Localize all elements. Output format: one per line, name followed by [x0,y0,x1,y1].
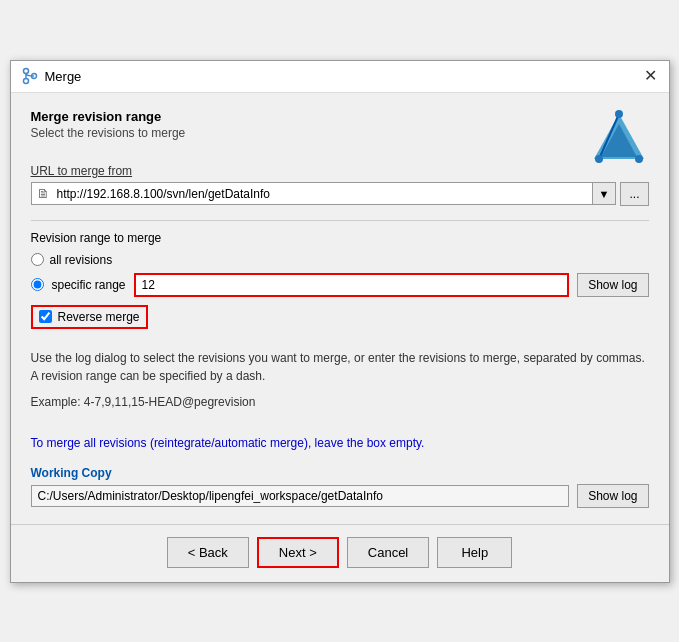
url-input[interactable] [55,184,592,204]
reverse-merge-row[interactable]: Reverse merge [31,305,148,329]
url-row: 🗎 ▼ ... [31,182,649,206]
reverse-merge-label: Reverse merge [58,310,140,324]
specific-range-radio[interactable] [31,278,44,291]
show-log-button-revision[interactable]: Show log [577,273,648,297]
empty-info-text: To merge all revisions (reintegrate/auto… [31,434,649,452]
divider [31,220,649,221]
url-dropdown-button[interactable]: ▼ [592,183,616,204]
revision-section-label: Revision range to merge [31,231,649,245]
merge-logo-icon [589,109,649,164]
merge-heading: Merge revision range [31,109,186,124]
url-input-wrapper: 🗎 ▼ [31,182,617,205]
wc-path: C:/Users/Administrator/Desktop/lipengfei… [31,485,570,507]
range-input[interactable] [134,273,570,297]
merge-dialog: Merge ✕ Merge revision range Select the … [10,60,670,583]
section-header: Merge revision range Select the revision… [31,109,186,140]
dialog-body-inner: Merge revision range Select the revision… [31,109,649,508]
help-button[interactable]: Help [437,537,512,568]
specific-range-row: specific range Show log [31,273,649,297]
back-button[interactable]: < Back [167,537,249,568]
file-icon: 🗎 [32,183,55,204]
svg-point-0 [23,69,28,74]
all-revisions-radio[interactable] [31,253,44,266]
show-log-button-wc[interactable]: Show log [577,484,648,508]
browse-button[interactable]: ... [620,182,648,206]
dialog-body: Merge revision range Select the revision… [11,93,669,524]
svg-point-8 [595,155,603,163]
svg-point-9 [635,155,643,163]
header-row: Merge revision range Select the revision… [31,109,649,164]
all-revisions-row: all revisions [31,253,649,267]
reverse-merge-checkbox[interactable] [39,310,52,323]
working-copy-section: Working Copy C:/Users/Administrator/Desk… [31,466,649,508]
wc-row: C:/Users/Administrator/Desktop/lipengfei… [31,484,649,508]
all-revisions-label[interactable]: all revisions [50,253,113,267]
working-copy-label: Working Copy [31,466,649,480]
button-bar: < Back Next > Cancel Help [11,524,669,582]
title-bar-left: Merge [21,67,82,85]
merge-subtext: Select the revisions to merge [31,126,186,140]
specific-range-label[interactable]: specific range [52,278,126,292]
cancel-button[interactable]: Cancel [347,537,429,568]
close-button[interactable]: ✕ [642,68,659,84]
svg-point-1 [23,79,28,84]
dialog-title: Merge [45,69,82,84]
url-section: URL to merge from 🗎 ▼ ... [31,164,649,206]
svg-point-7 [615,110,623,118]
example-text: Example: 4-7,9,11,15-HEAD@pegrevision [31,393,649,411]
title-bar: Merge ✕ [11,61,669,93]
url-label: URL to merge from [31,164,649,178]
info-text: Use the log dialog to select the revisio… [31,349,649,385]
revision-section: Revision range to merge all revisions sp… [31,231,649,452]
merge-title-icon [21,67,39,85]
next-button[interactable]: Next > [257,537,339,568]
